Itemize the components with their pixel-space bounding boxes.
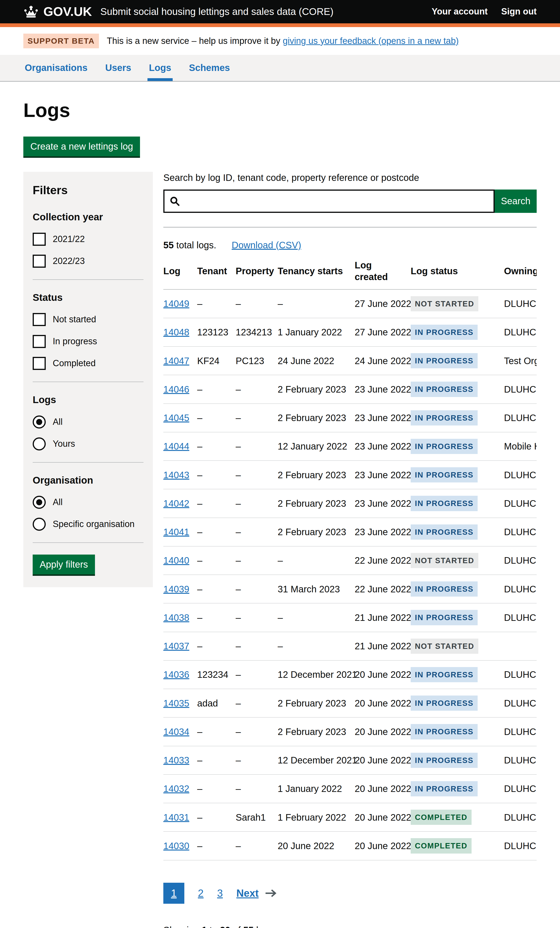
log-created-cell: 24 June 2022 [355, 346, 410, 375]
log-link[interactable]: 14040 [163, 555, 189, 566]
phase-banner-text-prefix: This is a new service – help us improve … [107, 36, 283, 46]
column-header-log: Log [163, 253, 197, 289]
checkbox-control[interactable] [33, 233, 46, 246]
column-header-property: Property [236, 253, 278, 289]
support-beta-tag: SUPPORT BETA [23, 34, 99, 48]
property-cell: – [236, 518, 278, 546]
log-id-cell: 14040 [163, 546, 197, 575]
search-input[interactable] [163, 189, 495, 213]
log-link[interactable]: 14030 [163, 841, 189, 851]
log-link[interactable]: 14047 [163, 356, 189, 366]
status-badge: IN PROGRESS [410, 724, 478, 739]
log-link[interactable]: 14032 [163, 783, 189, 794]
log-created-cell: 27 June 2022 [355, 289, 410, 318]
checkbox-completed[interactable]: Completed [33, 357, 143, 370]
total-logs-text: 55 total logs. [163, 239, 216, 251]
log-link[interactable]: 14033 [163, 755, 189, 765]
status-badge: NOT STARTED [410, 639, 478, 654]
checkbox-2021-22[interactable]: 2021/22 [33, 233, 143, 246]
log-link[interactable]: 14044 [163, 441, 189, 452]
log-created-cell: 20 June 2022 [355, 803, 410, 832]
log-link[interactable]: 14039 [163, 584, 189, 594]
log-created-cell: 22 June 2022 [355, 546, 410, 575]
owning-organisation-cell: DLUHC Tes [504, 832, 537, 860]
pagination-current-page[interactable]: 1 [163, 883, 184, 904]
tenant-cell: – [197, 518, 236, 546]
log-link[interactable]: 14049 [163, 299, 189, 309]
download-csv-link[interactable]: Download (CSV) [232, 239, 301, 251]
create-lettings-log-button[interactable]: Create a new lettings log [23, 137, 140, 156]
showing-summary: Showing 1 to 20 of 55 logs [163, 924, 537, 928]
status-badge: IN PROGRESS [410, 667, 478, 682]
your-account-link[interactable]: Your account [432, 6, 488, 17]
checkbox-control[interactable] [33, 357, 46, 370]
crown-icon [23, 5, 39, 18]
tenant-cell: – [197, 461, 236, 489]
log-created-cell: 23 June 2022 [355, 403, 410, 432]
log-created-cell: 20 June 2022 [355, 832, 410, 860]
nav-item-organisations[interactable]: Organisations [23, 55, 89, 81]
radio-control[interactable] [33, 437, 46, 450]
log-id-cell: 14037 [163, 632, 197, 660]
status-badge: IN PROGRESS [410, 467, 478, 482]
tenant-cell: – [197, 774, 236, 803]
log-id-cell: 14032 [163, 774, 197, 803]
log-created-cell: 23 June 2022 [355, 432, 410, 461]
showing-total: 55 [243, 925, 254, 928]
radio-control[interactable] [33, 415, 46, 429]
radio-all[interactable]: All [33, 415, 143, 429]
nav-item-schemes[interactable]: Schemes [188, 55, 232, 81]
property-cell: – [236, 375, 278, 403]
log-link[interactable]: 14036 [163, 669, 189, 680]
log-link[interactable]: 14034 [163, 727, 189, 737]
log-status-cell: COMPLETED [410, 832, 504, 860]
status-badge: IN PROGRESS [410, 382, 478, 397]
log-link[interactable]: 14038 [163, 612, 189, 623]
owning-organisation-cell: DLUHC Tes [504, 746, 537, 774]
radio-yours[interactable]: Yours [33, 437, 143, 450]
log-status-cell: IN PROGRESS [410, 746, 504, 774]
radio-specific-organisation[interactable]: Specific organisation [33, 518, 143, 531]
tenancy-starts-cell: 1 January 2022 [278, 774, 355, 803]
search-icon [169, 196, 180, 209]
log-created-cell: 23 June 2022 [355, 375, 410, 403]
option-label: Not started [53, 314, 96, 325]
nav-item-logs[interactable]: Logs [148, 55, 172, 81]
log-link[interactable]: 14031 [163, 812, 189, 823]
log-link[interactable]: 14043 [163, 470, 189, 480]
status-badge: NOT STARTED [410, 296, 478, 311]
log-id-cell: 14047 [163, 346, 197, 375]
log-link[interactable]: 14041 [163, 527, 189, 537]
apply-filters-button[interactable]: Apply filters [33, 554, 95, 574]
search-button[interactable]: Search [495, 189, 537, 213]
checkbox-2022-23[interactable]: 2022/23 [33, 255, 143, 268]
log-link[interactable]: 14042 [163, 498, 189, 508]
checkbox-not-started[interactable]: Not started [33, 313, 143, 326]
pagination-page-3[interactable]: 3 [217, 887, 223, 899]
checkbox-control[interactable] [33, 335, 46, 348]
log-link[interactable]: 14037 [163, 641, 189, 651]
property-cell: – [236, 432, 278, 461]
log-link[interactable]: 14035 [163, 698, 189, 708]
feedback-link[interactable]: giving us your feedback (opens in a new … [283, 36, 459, 46]
pagination-next[interactable]: Next [237, 887, 258, 899]
govuk-logo[interactable]: GOV.UK [23, 4, 92, 20]
nav-item-users[interactable]: Users [104, 55, 133, 81]
radio-control[interactable] [33, 518, 46, 531]
owning-organisation-cell: DLUHC Tes [504, 375, 537, 403]
pagination-page-2[interactable]: 2 [198, 887, 203, 899]
log-link[interactable]: 14046 [163, 384, 189, 394]
log-link[interactable]: 14045 [163, 413, 189, 423]
service-name[interactable]: Submit social housing lettings and sales… [100, 6, 333, 18]
sign-out-link[interactable]: Sign out [501, 6, 537, 17]
checkbox-control[interactable] [33, 313, 46, 326]
log-status-cell: IN PROGRESS [410, 346, 504, 375]
divider [33, 279, 143, 280]
radio-all[interactable]: All [33, 496, 143, 509]
log-link[interactable]: 14048 [163, 327, 189, 337]
checkbox-control[interactable] [33, 255, 46, 268]
divider [33, 462, 143, 462]
checkbox-in-progress[interactable]: In progress [33, 335, 143, 348]
tenant-cell: – [197, 603, 236, 632]
radio-control[interactable] [33, 496, 46, 509]
